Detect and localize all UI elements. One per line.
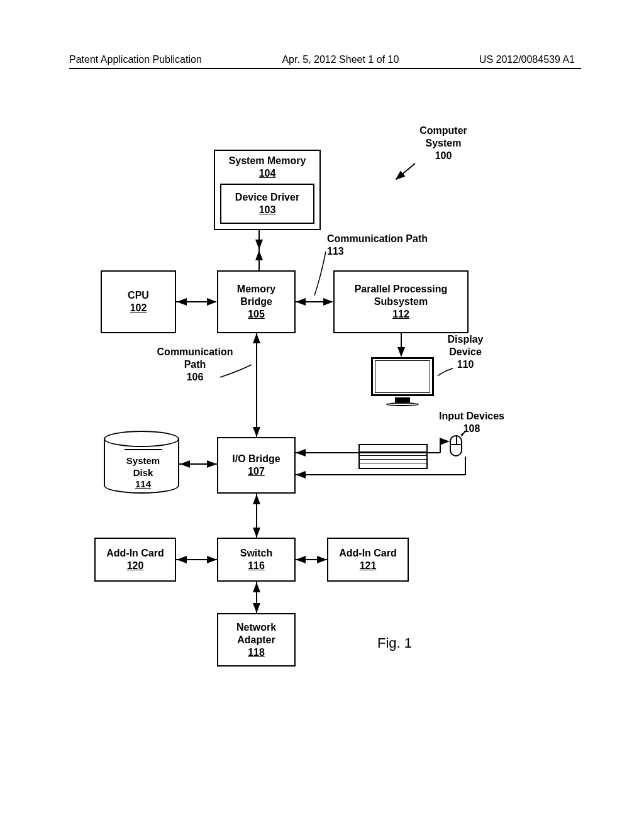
device-driver-title: Device Driver	[235, 191, 299, 204]
diagram: System Memory 104 Device Driver 103 CPU …	[88, 119, 553, 698]
connectors	[88, 119, 553, 698]
addin-120-title: Add-In Card	[106, 547, 164, 560]
display-device-icon	[365, 357, 440, 409]
header-middle: Apr. 5, 2012 Sheet 1 of 10	[282, 54, 399, 65]
input-devices-label: Input Devices 108	[425, 410, 519, 435]
header-right: US 2012/0084539 A1	[479, 54, 575, 65]
page: Patent Application Publication Apr. 5, 2…	[0, 0, 644, 830]
io-bridge-num: 107	[248, 465, 265, 478]
comm-path-113-label: Communication Path 113	[327, 233, 465, 258]
computer-system-label: Computer System 100	[406, 124, 481, 162]
network-adapter-title: Network Adapter	[236, 621, 276, 646]
addin-121-title: Add-In Card	[339, 547, 397, 560]
header-rule	[69, 68, 581, 69]
memory-bridge-title: Memory Bridge	[237, 283, 275, 308]
mouse-icon	[450, 435, 462, 456]
keyboard-icon	[358, 444, 428, 469]
system-disk-title: System Disk	[126, 455, 160, 478]
figure-label: Fig. 1	[377, 635, 412, 651]
cpu-num: 102	[130, 302, 147, 314]
io-bridge-box: I/O Bridge 107	[217, 437, 296, 494]
switch-box: Switch 116	[217, 538, 296, 582]
svg-line-0	[396, 163, 415, 179]
network-adapter-box: Network Adapter 118	[217, 613, 296, 667]
addin-card-120-box: Add-In Card 120	[94, 538, 176, 582]
memory-bridge-num: 105	[248, 308, 265, 321]
cpu-title: CPU	[128, 289, 149, 302]
system-disk-num: 114	[135, 479, 151, 489]
display-device-label: Display Device 110	[434, 333, 497, 371]
network-adapter-num: 118	[248, 646, 265, 659]
system-memory-num: 104	[259, 167, 276, 180]
header-left: Patent Application Publication	[69, 54, 202, 65]
system-disk-label: System Disk 114	[113, 443, 173, 490]
memory-bridge-box: Memory Bridge 105	[217, 270, 296, 333]
io-bridge-title: I/O Bridge	[232, 453, 280, 465]
addin-120-num: 120	[127, 560, 144, 572]
addin-121-num: 121	[360, 560, 377, 572]
parallel-processing-box: Parallel Processing Subsystem 112	[333, 270, 469, 333]
page-header: Patent Application Publication Apr. 5, 2…	[69, 54, 575, 65]
switch-title: Switch	[240, 547, 273, 560]
device-driver-box: Device Driver 103	[220, 184, 314, 224]
pps-num: 112	[392, 308, 409, 321]
device-driver-num: 103	[259, 204, 276, 216]
system-memory-title: System Memory	[229, 155, 306, 167]
switch-num: 116	[248, 560, 265, 572]
cpu-box: CPU 102	[101, 270, 176, 333]
comm-path-106-label: Communication Path 106	[142, 346, 248, 384]
addin-card-121-box: Add-In Card 121	[327, 538, 409, 582]
pps-title: Parallel Processing Subsystem	[355, 283, 448, 308]
